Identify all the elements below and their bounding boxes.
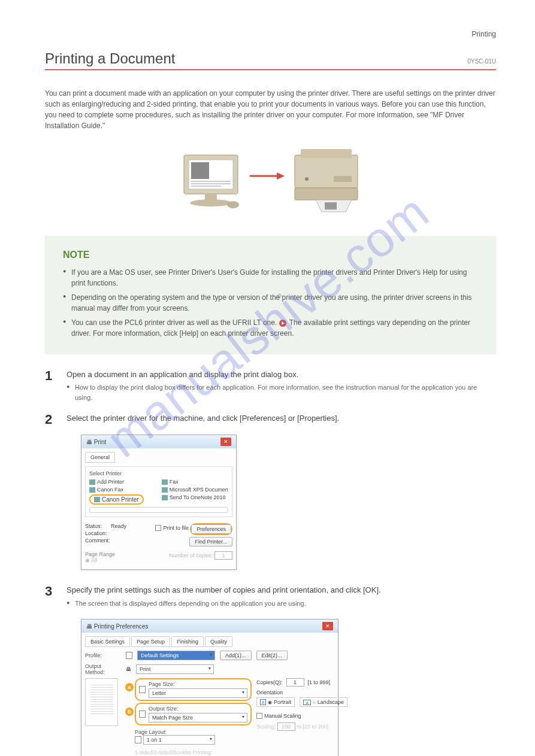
- find-printer-button[interactable]: Find Printer...: [189, 537, 232, 546]
- scaling-range: % [25 to 200]: [297, 724, 328, 730]
- edit-button[interactable]: Edit(2)...: [256, 651, 288, 660]
- document-icon: [126, 652, 132, 659]
- step-3-sub: The screen that is displayed differs dep…: [67, 599, 496, 609]
- page-layout-label: Page Layout:: [135, 729, 167, 735]
- scaling-label: Scaling:: [256, 724, 276, 730]
- step-1-sub: How to display the print dialog box diff…: [67, 382, 496, 402]
- page-layout-dropdown[interactable]: 1 on 1: [143, 735, 215, 745]
- svg-rect-15: [325, 202, 337, 210]
- svg-rect-11: [295, 155, 358, 188]
- tab-quality[interactable]: Quality: [205, 636, 232, 647]
- svg-point-8: [227, 201, 239, 208]
- badge-a: a: [125, 683, 134, 691]
- printer-onenote[interactable]: Send To OneNote 2010: [162, 494, 228, 500]
- svg-rect-4: [191, 183, 231, 184]
- copies-range: [1 to 999]: [308, 679, 331, 685]
- preferences-button[interactable]: Preferences: [191, 524, 231, 534]
- orientation-label: Orientation: [256, 690, 334, 696]
- printer-icon: [162, 487, 168, 493]
- orientation-landscape[interactable]: A○Landscape: [300, 697, 347, 707]
- printer-icon: [162, 479, 168, 485]
- profile-label: Profile:: [85, 652, 121, 658]
- output-method-label: Output Method:: [85, 663, 121, 675]
- page-size-group: a Page Size: Letter: [135, 678, 252, 701]
- print-dialog-screenshot: 🖶 Print ✕ General Select Printer Add Pri…: [81, 435, 237, 570]
- copies-label: Copies(Q):: [256, 679, 283, 685]
- note-item: Depending on the operating system and th…: [63, 292, 478, 314]
- page-size-label: Page Size:: [149, 681, 247, 687]
- select-printer-label: Select Printer: [89, 470, 228, 476]
- svg-point-16: [305, 177, 309, 181]
- title-row: Printing a Document 0YSC-01U: [45, 50, 496, 70]
- printer-icon: [162, 495, 168, 500]
- printer-icon: [89, 479, 95, 485]
- page-size-dropdown[interactable]: Letter: [149, 688, 247, 698]
- status-label: Status:: [85, 523, 102, 529]
- step-2: 2 Select the printer driver for the mach…: [45, 413, 496, 426]
- step-number: 3: [45, 585, 58, 611]
- output-size-label: Output Size:: [149, 706, 247, 712]
- step-1: 1 Open a document in an application and …: [45, 369, 496, 405]
- page-title: Printing a Document: [45, 50, 175, 67]
- preferences-dialog-screenshot: 🖶 Printing Preferences ✕ Basic Settings …: [81, 619, 338, 756]
- profile-dropdown[interactable]: Default Settings: [137, 651, 215, 660]
- note-title: NOTE: [63, 248, 478, 262]
- add-button[interactable]: Add(1)...: [220, 651, 252, 660]
- tab-general[interactable]: General: [85, 452, 115, 463]
- printer-add[interactable]: Add Printer: [89, 479, 144, 485]
- svg-rect-3: [191, 181, 231, 182]
- printer-fax[interactable]: Fax: [162, 479, 228, 485]
- hero-illustration: [45, 143, 496, 221]
- num-copies-label: Number of copies:: [169, 552, 213, 558]
- copies-input[interactable]: 1: [286, 678, 304, 687]
- step-2-main: Select the printer driver for the machin…: [67, 413, 496, 424]
- note-item-text: You can use the PCL6 printer driver as w…: [71, 318, 277, 327]
- close-icon[interactable]: ✕: [322, 622, 333, 630]
- close-icon[interactable]: ✕: [220, 438, 231, 446]
- step-1-main: Open a document in an application and di…: [67, 369, 496, 380]
- printer-canon-printer-highlighted[interactable]: Canon Printer: [89, 494, 144, 505]
- comment-label: Comment:: [85, 538, 126, 544]
- location-label: Location:: [85, 530, 126, 536]
- orientation-portrait[interactable]: A◉Portrait: [256, 697, 295, 707]
- tab-finishing[interactable]: Finishing: [171, 636, 204, 647]
- svg-rect-2: [191, 162, 209, 179]
- print-to-file-checkbox[interactable]: Print to file: [155, 525, 189, 531]
- computer-to-printer-illustration: [178, 143, 364, 221]
- layout-icon: [135, 736, 141, 743]
- svg-rect-5: [191, 186, 221, 187]
- svg-point-7: [190, 199, 232, 207]
- page-range-all[interactable]: All: [91, 557, 97, 563]
- svg-rect-17: [334, 176, 352, 182]
- output-size-dropdown[interactable]: Match Page Size: [149, 713, 247, 722]
- tab-page-setup[interactable]: Page Setup: [131, 636, 170, 647]
- printer-icon: 🖶: [86, 439, 92, 445]
- page-icon: [139, 686, 146, 693]
- sided-label: 1-sided/2-sided/Booklet Printing:: [135, 749, 252, 755]
- printer-list-scrollbar[interactable]: [89, 507, 228, 513]
- note-item: You can use the PCL6 printer driver as w…: [63, 317, 478, 339]
- printer-icon: 🖶: [86, 623, 92, 630]
- printer-icon: [94, 497, 100, 502]
- manual-scaling-checkbox[interactable]: Manual Scaling: [256, 713, 301, 719]
- page: Printing Printing a Document 0YSC-01U Yo…: [0, 0, 535, 756]
- tab-basic-settings[interactable]: Basic Settings: [85, 636, 130, 647]
- select-printer-panel: Select Printer Add Printer Canon Fax Can…: [85, 466, 232, 517]
- num-copies-value[interactable]: 1: [214, 551, 232, 560]
- output-method-dropdown[interactable]: Print: [136, 664, 214, 674]
- printer-canon-fax[interactable]: Canon Fax: [89, 487, 144, 493]
- dialog-title: Printing Preferences: [94, 623, 149, 630]
- intro-paragraph: You can print a document made with an ap…: [45, 88, 496, 131]
- dialog-titlebar: 🖶 Print ✕: [81, 435, 236, 448]
- title-code: 0YSC-01U: [467, 58, 496, 65]
- badge-b: b: [125, 708, 134, 716]
- dialog-title: Print: [94, 439, 107, 445]
- page-range-label: Page Range: [85, 551, 115, 557]
- status-value: Ready: [111, 523, 126, 529]
- step-3: 3 Specify the print settings such as the…: [45, 585, 496, 611]
- svg-rect-13: [295, 188, 358, 200]
- printer-xps[interactable]: Microsoft XPS Documen: [162, 487, 228, 493]
- output-size-group: b Output Size: Match Page Size: [135, 703, 252, 725]
- dialog-titlebar: 🖶 Printing Preferences ✕: [81, 620, 338, 633]
- step-3-main: Specify the print settings such as the n…: [67, 585, 496, 596]
